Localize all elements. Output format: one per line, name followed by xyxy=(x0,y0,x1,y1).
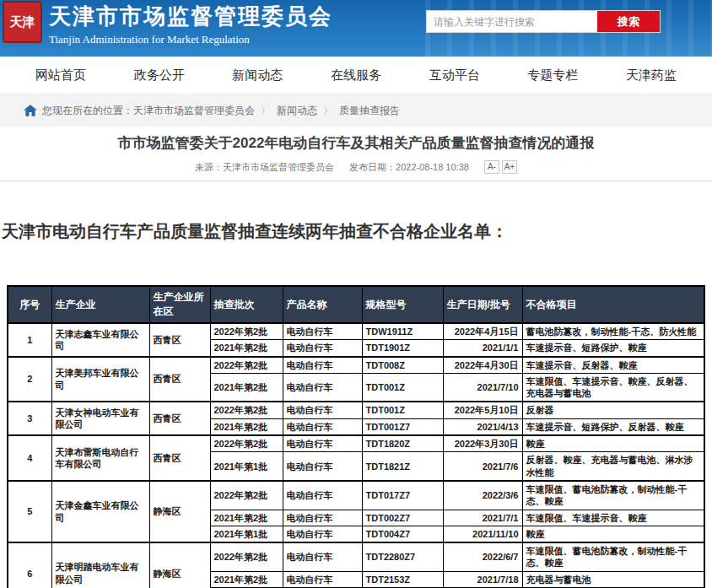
cell-batch: 2022年第2批 xyxy=(210,323,283,340)
column-header: 不合格项目 xyxy=(522,286,704,323)
column-header: 产品名称 xyxy=(283,286,362,323)
main-nav: 网站首页 政务公开 新闻动态 在线服务 互动平台 专题专栏 天津药监 xyxy=(0,57,712,94)
cell-batch: 2021年第1批 xyxy=(210,452,283,481)
cell-district: 静海区 xyxy=(149,542,210,588)
cell-date: 2021/11/10 xyxy=(443,526,522,542)
page-title: 市市场监管委关于2022年电动自行车及其相关产品质量监督抽查情况的通报 xyxy=(0,133,712,153)
breadcrumb-report[interactable]: 质量抽查报告 xyxy=(339,104,400,118)
cell-model: TDT008Z xyxy=(362,357,443,374)
cell-date: 2022/3/6 xyxy=(443,481,522,510)
breadcrumb-site[interactable]: 天津市市场监督管理委员会 xyxy=(133,104,255,118)
search-button[interactable]: 搜索 xyxy=(597,11,660,32)
cell-product: 电动自行车 xyxy=(283,542,362,571)
cell-date: 2022年5月10日 xyxy=(443,402,522,418)
cell-failed-items: 充电器与蓄电池 xyxy=(522,571,704,587)
cell-company: 天津布雷斯电动自行车有限公司 xyxy=(51,435,149,481)
cell-product: 电动自行车 xyxy=(283,418,362,435)
cell-batch: 2022年第2批 xyxy=(210,435,283,452)
home-icon xyxy=(24,105,37,116)
cell-product: 电动自行车 xyxy=(283,340,362,357)
cell-model: TDT2280Z7 xyxy=(362,542,443,571)
cell-model: TDT017Z7 xyxy=(362,481,443,510)
cell-model: TDT1901Z xyxy=(362,340,443,357)
breadcrumb-separator: 〉 xyxy=(261,104,271,118)
cell-district: 静海区 xyxy=(149,481,210,542)
cell-model: TDT1820Z xyxy=(362,435,443,452)
nav-item-news[interactable]: 新闻动态 xyxy=(232,67,283,84)
cell-product: 电动自行车 xyxy=(283,452,362,481)
column-header: 生产日期/批号 xyxy=(443,286,522,323)
cell-model: TDT001Z xyxy=(362,373,443,402)
cell-company: 天津明踏电动车业有限公司 xyxy=(51,542,149,588)
nav-item-drug-admin[interactable]: 天津药监 xyxy=(626,67,677,84)
table-row: 1天津志鑫车业有限公司西青区2022年第2批电动自行车TDW1911Z2022年… xyxy=(8,323,704,340)
search-bar: 搜索 xyxy=(426,10,661,33)
table-row: 6天津明踏电动车业有限公司静海区2022年第2批电动自行车TDT2280Z720… xyxy=(8,542,704,571)
breadcrumb-prefix: 您现在所在的位置： xyxy=(42,104,133,118)
nav-item-services[interactable]: 在线服务 xyxy=(331,67,381,84)
site-title: 天津市市场监督管理委员会 xyxy=(49,2,332,31)
cell-product: 电动自行车 xyxy=(283,435,362,452)
column-header: 生产企业 xyxy=(51,286,149,323)
font-smaller-button[interactable]: A- xyxy=(484,160,499,174)
cell-district: 西青区 xyxy=(149,357,210,402)
site-header: 天津 天津市市场监督管理委员会 Tianjin Administration f… xyxy=(0,0,712,57)
cell-model: TDW1911Z xyxy=(362,323,443,340)
breadcrumb: 您现在所在的位置： 天津市市场监督管理委员会 〉 新闻动态 〉 质量抽查报告 xyxy=(0,94,712,127)
cell-batch: 2021年第2批 xyxy=(210,571,283,587)
font-larger-button[interactable]: A+ xyxy=(502,160,517,174)
column-header: 规格型号 xyxy=(362,286,443,323)
cell-product: 电动自行车 xyxy=(283,357,362,374)
cell-batch: 2021年第2批 xyxy=(210,510,283,526)
cell-batch: 2022年第2批 xyxy=(210,357,283,374)
cell-failed-items: 车速限值、车速提示音、鞍座 xyxy=(522,510,704,526)
article-source: 来源：天津市市场监督管理委员会 xyxy=(195,161,334,174)
cell-failed-items: 鞍座 xyxy=(522,435,704,452)
cell-row-number: 3 xyxy=(8,402,51,435)
nav-item-gov-info[interactable]: 政务公开 xyxy=(134,67,185,84)
cell-product: 电动自行车 xyxy=(283,323,362,340)
cell-date: 2021/7/6 xyxy=(443,452,522,481)
article-date: 发布日期：2022-08-18 10:38 xyxy=(349,161,469,174)
cell-model: TDT002Z7 xyxy=(362,510,443,526)
breadcrumb-news[interactable]: 新闻动态 xyxy=(277,104,317,118)
cell-failed-items: 车速提示音、反射器、鞍座 xyxy=(522,357,704,374)
search-input[interactable] xyxy=(427,11,597,32)
cell-batch: 2022年第2批 xyxy=(210,542,283,571)
column-header: 序号 xyxy=(8,286,51,323)
section-heading: 天津市电动自行车产品质量监督抽查连续两年抽查不合格企业名单： xyxy=(2,220,710,243)
table-header: 序号生产企业生产企业所在区抽查批次产品名称规格型号生产日期/批号不合格项目 xyxy=(8,286,704,323)
cell-model: TDT004Z7 xyxy=(362,526,443,542)
cell-date: 2022年4月30日 xyxy=(443,357,522,374)
breadcrumb-separator: 〉 xyxy=(323,104,333,118)
nav-item-topics[interactable]: 专题专栏 xyxy=(527,67,578,84)
table-row: 5天津金鑫车业有限公司静海区2022年第2批电动自行车TDT017Z72022/… xyxy=(8,481,704,510)
cell-model: TDT001Z7 xyxy=(362,418,443,435)
nav-item-interaction[interactable]: 互动平台 xyxy=(429,67,480,84)
cell-product: 电动自行车 xyxy=(283,481,362,510)
cell-failed-items: 反射器、鞍座、充电器与蓄电池、淋水涉水性能 xyxy=(522,452,704,481)
cell-failed-items: 车速限值、蓄电池防篡改，制动性能-干态、鞍座 xyxy=(522,481,704,510)
cell-product: 电动自行车 xyxy=(283,510,362,526)
cell-batch: 2021年第2批 xyxy=(210,373,283,402)
cell-model: TDT001Z xyxy=(362,402,443,418)
cell-date: 2021/7/1 xyxy=(443,510,522,526)
cell-date: 2021/1/1 xyxy=(443,340,522,357)
cell-failed-items: 反射器 xyxy=(522,402,704,418)
cell-batch: 2022年第2批 xyxy=(210,402,283,418)
cell-company: 天津金鑫车业有限公司 xyxy=(51,481,149,542)
cell-date: 2021/7/18 xyxy=(443,571,522,587)
cell-failed-items: 车速提示音、短路保护、鞍座 xyxy=(522,340,704,357)
cell-company: 天津女神电动车业有限公司 xyxy=(51,402,149,435)
site-subtitle: Tianjin Administration for Market Regula… xyxy=(49,33,332,46)
cell-batch: 2022年第2批 xyxy=(210,481,283,510)
column-header: 抽查批次 xyxy=(210,286,283,323)
cell-model: TDT1821Z xyxy=(362,452,443,481)
cell-product: 电动自行车 xyxy=(283,571,362,587)
cell-company: 天津志鑫车业有限公司 xyxy=(51,323,149,357)
article-header: 市市场监管委关于2022年电动自行车及其相关产品质量监督抽查情况的通报 来源：天… xyxy=(0,127,712,181)
nav-item-home[interactable]: 网站首页 xyxy=(35,67,86,84)
cell-batch: 2021年第2批 xyxy=(210,340,283,357)
table-row: 4天津布雷斯电动自行车有限公司西青区2022年第2批电动自行车TDT1820Z2… xyxy=(8,435,704,452)
cell-product: 电动自行车 xyxy=(283,373,362,402)
